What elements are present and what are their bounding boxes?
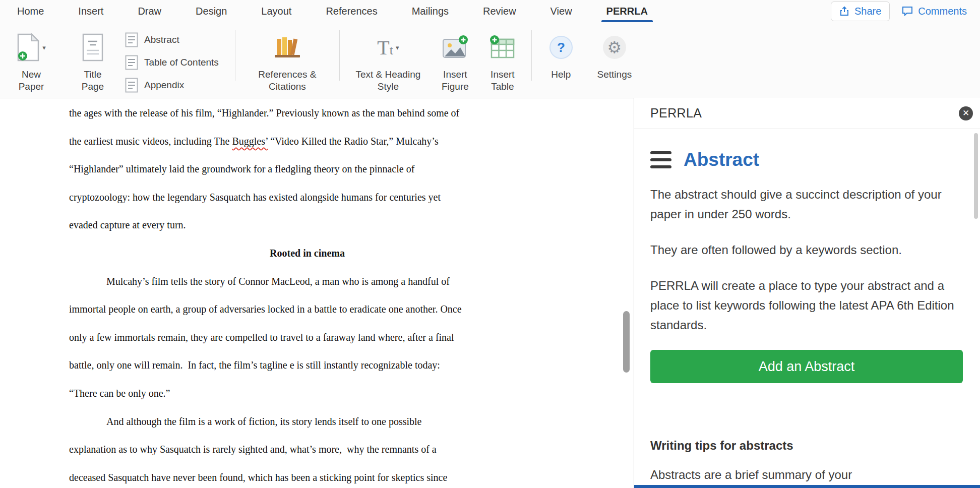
insert-figure-button[interactable]: Insert Figure [435, 22, 476, 98]
menu-icon[interactable] [650, 151, 671, 168]
new-paper-button[interactable]: ▾ New Paper [7, 22, 55, 98]
add-abstract-button[interactable]: Add an Abstract [650, 350, 963, 383]
document-canvas[interactable]: the ages with the release of his film, “… [0, 98, 620, 488]
references-citations-button[interactable]: References & Citations [246, 22, 329, 98]
insert-table-label: Insert Table [487, 69, 518, 93]
references-citations-label: References & Citations [250, 69, 325, 93]
insert-table-button[interactable]: Insert Table [482, 22, 523, 98]
writing-tips-text: Abstracts are a brief summary of your [650, 468, 963, 482]
comments-label: Comments [918, 6, 967, 17]
misspelled-word: Buggles’ [232, 136, 268, 147]
doc-line-segment: “Video Killed the Radio Star,” Mulcahy’s [268, 136, 438, 147]
doc-line: “There can be only one.” [69, 380, 545, 408]
perrla-panel: PERRLA ✕ Abstract The abstract should gi… [634, 98, 980, 488]
text-heading-style-label: Text & Heading Style [355, 69, 421, 93]
tab-design[interactable]: Design [196, 0, 227, 22]
doc-line: explanation as to why Sasquatch is rarel… [69, 436, 545, 464]
tab-perrla[interactable]: PERRLA [606, 0, 648, 22]
ribbon-tab-bar: Home Insert Draw Design Layout Reference… [0, 0, 980, 22]
appendix-doc-icon [125, 78, 138, 93]
doc-line: the ages with the release of his film, “… [69, 99, 545, 128]
tab-insert[interactable]: Insert [78, 0, 103, 22]
chevron-down-icon: ▾ [42, 44, 46, 51]
tab-view[interactable]: View [550, 0, 572, 22]
word-window: Home Insert Draw Design Layout Reference… [0, 0, 980, 488]
doc-line: battle, only one will remain. In fact, t… [69, 351, 545, 380]
doc-line: And although the film is a work of ficti… [69, 408, 545, 436]
insert-figure-label: Insert Figure [440, 69, 471, 93]
tab-home[interactable]: Home [17, 0, 44, 22]
abstract-description-1: The abstract should give a succinct desc… [650, 185, 963, 224]
document-text: the ages with the release of his film, “… [0, 98, 545, 488]
writing-tips-heading: Writing tips for abstracts [650, 439, 963, 453]
comments-button[interactable]: Comments [900, 2, 969, 21]
help-label: Help [551, 69, 571, 81]
perrla-panel-header: PERRLA ✕ [634, 98, 980, 129]
tab-layout[interactable]: Layout [261, 0, 291, 22]
abstract-heading-row: Abstract [650, 149, 963, 170]
text-style-icon: Tt [377, 36, 393, 59]
help-button[interactable]: ? Help [543, 22, 579, 98]
comments-icon [902, 6, 913, 16]
gear-icon: ⚙ [603, 36, 626, 59]
abstract-label: Abstract [144, 34, 179, 45]
abstract-button[interactable]: Abstract [125, 32, 219, 47]
share-icon [839, 6, 849, 16]
doc-line: “Highlander” ultimately laid the groundw… [69, 155, 545, 184]
text-heading-style-button[interactable]: Tt ▾ Text & Heading Style [350, 22, 426, 98]
share-label: Share [854, 6, 881, 17]
doc-line: Mulcahy’s film tells the story of Connor… [69, 268, 545, 296]
help-icon: ? [549, 36, 573, 59]
doc-line-segment: the earliest music videos, including The [69, 136, 232, 147]
doc-line: the earliest music videos, including The… [69, 128, 545, 156]
perrla-panel-body: Abstract The abstract should give a succ… [634, 149, 980, 482]
title-page-icon [82, 33, 103, 62]
doc-line: cryptozoology: how the legendary Sasquat… [69, 184, 545, 212]
doc-section-heading: Rooted in cinema [69, 239, 545, 268]
doc-line: deceased Sasquatch have never been found… [69, 464, 545, 488]
tab-draw[interactable]: Draw [138, 0, 161, 22]
settings-label: Settings [597, 69, 632, 81]
document-parts-group: Abstract Table of Contents [125, 22, 219, 98]
table-of-contents-doc-icon [125, 55, 138, 70]
panel-bottom-accent [634, 485, 980, 488]
table-of-contents-label: Table of Contents [144, 57, 219, 68]
ribbon-divider [339, 30, 340, 81]
tab-mailings[interactable]: Mailings [412, 0, 449, 22]
chevron-down-icon: ▾ [396, 44, 399, 51]
document-scrollbar-thumb[interactable] [623, 311, 630, 373]
new-paper-icon [17, 33, 40, 62]
doc-line: evaded capture at every turn. [69, 211, 545, 239]
perrla-ribbon: ▾ New Paper Title Page [0, 22, 980, 98]
panel-scrollbar-thumb[interactable] [974, 133, 978, 219]
appendix-button[interactable]: Appendix [125, 78, 219, 93]
title-page-button[interactable]: Title Page [74, 22, 112, 98]
abstract-doc-icon [125, 32, 138, 47]
abstract-description-2: They are often followed by a keywords se… [650, 240, 963, 260]
title-page-label: Title Page [78, 69, 108, 93]
new-paper-label: New Paper [16, 69, 46, 93]
settings-button[interactable]: ⚙ Settings [591, 22, 638, 98]
tab-references[interactable]: References [326, 0, 377, 22]
doc-line: only a few immortals remain, they are co… [69, 324, 545, 352]
abstract-description-3: PERRLA will create a place to type your … [650, 276, 963, 335]
ribbon-divider [531, 30, 532, 81]
tab-review[interactable]: Review [483, 0, 516, 22]
table-of-contents-button[interactable]: Table of Contents [125, 55, 219, 70]
panel-title: PERRLA [650, 106, 702, 120]
insert-figure-icon [442, 35, 468, 59]
window-actions: Share Comments [831, 2, 980, 21]
insert-table-icon [489, 35, 516, 59]
abstract-heading: Abstract [684, 149, 759, 170]
appendix-label: Appendix [144, 80, 184, 91]
ribbon-divider [235, 30, 235, 81]
doc-line: immortal people on earth, a group of adv… [69, 295, 545, 324]
bookshelf-icon [274, 34, 301, 61]
share-button[interactable]: Share [831, 2, 890, 21]
close-icon[interactable]: ✕ [959, 106, 973, 120]
